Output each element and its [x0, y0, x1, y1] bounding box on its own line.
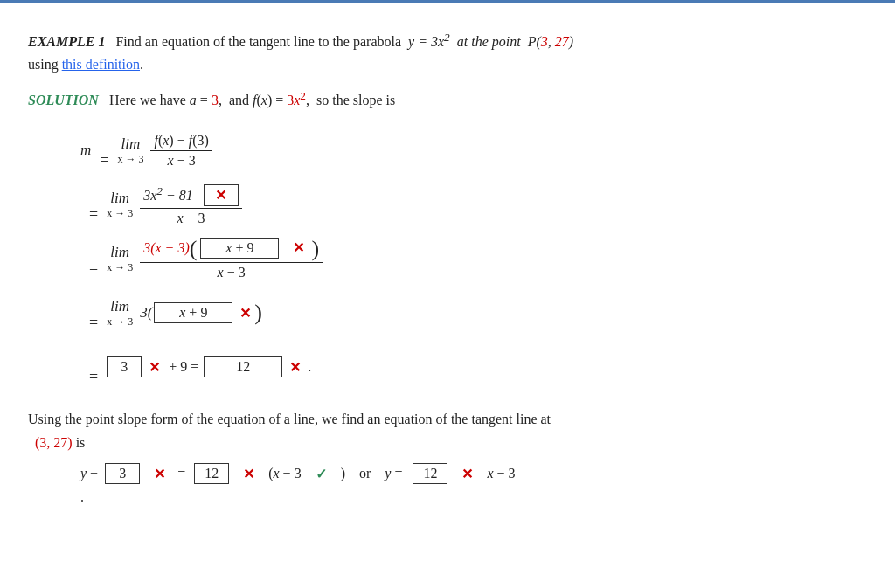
step-4-row: = 3 ✕ + 9 = 12 ✕ . — [80, 344, 867, 390]
plus9-label: + 9 = — [169, 359, 198, 375]
input-step4a[interactable]: 3 — [107, 356, 142, 377]
bottom-text: Using the point slope form of the equati… — [28, 407, 867, 454]
input-eq-12[interactable]: 12 — [194, 463, 229, 484]
lim-0: lim x → 3 — [117, 135, 143, 166]
equals-1: = — [89, 205, 98, 227]
input-step1[interactable]: ✕ — [204, 184, 239, 206]
x-btn-1[interactable]: ✕ — [215, 187, 226, 204]
top-accent-bar — [0, 0, 895, 3]
step-3-row: = lim x → 3 3( x + 9 ✕ ) — [80, 290, 867, 336]
check-btn-eq[interactable]: ✓ — [316, 466, 327, 482]
definition-link[interactable]: this definition — [62, 57, 140, 72]
eq-or: or — [359, 466, 371, 481]
eq-equals-sign: = — [177, 466, 185, 481]
solution-label: SOLUTION — [28, 93, 99, 107]
x-btn-eq3[interactable]: ✕ — [461, 466, 473, 482]
fraction-0: f(x) − f(3) x − 3 — [150, 132, 212, 169]
x-btn-4b[interactable]: ✕ — [289, 359, 301, 376]
solution-text: Here we have a = 3, and f(x) = 3x2, so t… — [109, 93, 395, 107]
bottom-point: (3, 27) — [35, 435, 73, 450]
step3-prefix: 3( — [140, 304, 152, 322]
fraction-1: 3x2 − 81 ✕ x − 3 — [140, 183, 242, 225]
bottom-description: Using the point slope form of the equati… — [28, 412, 551, 426]
eq-xminus2: x − 3 — [487, 466, 515, 481]
step-2-row: = lim x → 3 3(x − 3)( x + 9 ✕ ) x − 3 — [80, 236, 867, 281]
eq-xminus: (x − 3 — [268, 466, 301, 481]
example-header: EXAMPLE 1 Find an equation of the tangen… — [28, 28, 867, 76]
solution-section: SOLUTION Here we have a = 3, and f(x) = … — [28, 86, 867, 113]
lim-2: lim x → 3 — [107, 244, 133, 274]
period-1: . — [308, 359, 311, 375]
x-btn-eq1[interactable]: ✕ — [154, 466, 165, 482]
x-btn-3[interactable]: ✕ — [239, 305, 251, 322]
equation-display: y = 3x2 at the point P(3, 27) — [405, 34, 573, 49]
equals-0: = — [100, 151, 108, 173]
ending-period: . — [80, 489, 867, 505]
equals-4: = — [89, 368, 98, 390]
input-step4b[interactable]: 12 — [204, 356, 282, 377]
input-eq-y[interactable]: 3 — [105, 463, 140, 484]
x-btn-2[interactable]: ✕ — [293, 239, 304, 256]
input-step2[interactable]: x + 9 — [200, 238, 279, 259]
example-description: Find an equation of the tangent line to … — [115, 34, 401, 49]
m-label: m — [80, 142, 91, 159]
step-0-row: m = lim x → 3 f(x) − f(3) x − 3 — [80, 128, 867, 173]
math-block: m = lim x → 3 f(x) − f(3) x − 3 = lim x … — [80, 128, 867, 390]
input-eq-12b[interactable]: 12 — [413, 463, 448, 484]
step-1-row: = lim x → 3 3x2 − 81 ✕ x − 3 — [80, 182, 867, 227]
eq-rparen: ) — [341, 466, 345, 481]
equals-2: = — [89, 259, 98, 281]
x-btn-eq2[interactable]: ✕ — [243, 466, 254, 482]
example-label: EXAMPLE 1 — [28, 34, 105, 49]
bottom-equation-row: y − 3 ✕ = 12 ✕ (x − 3 ✓ ) or y = 12 ✕ x … — [80, 463, 867, 484]
eq-y2: y = — [385, 466, 402, 481]
lim-1: lim x → 3 — [107, 190, 133, 220]
equals-3: = — [89, 314, 98, 336]
fraction-2: 3(x − 3)( x + 9 ✕ ) x − 3 — [140, 237, 323, 280]
x-btn-4[interactable]: ✕ — [149, 359, 160, 376]
lim-3: lim x → 3 — [107, 298, 133, 329]
eq-y-prefix: y − — [80, 466, 101, 481]
input-step3[interactable]: x + 9 — [154, 302, 232, 323]
